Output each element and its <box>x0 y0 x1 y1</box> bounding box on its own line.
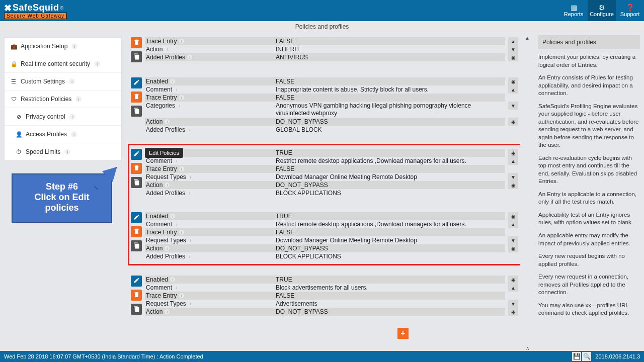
help-paragraph: Each re-evaluation cycle begins with top… <box>538 154 640 186</box>
info-icon: i <box>187 55 192 60</box>
move-down-button[interactable]: ▼ <box>508 102 518 110</box>
copy-icon <box>133 179 140 187</box>
info-icon: i <box>64 149 70 155</box>
clone-entry-button[interactable] <box>131 177 142 188</box>
target-button[interactable]: ◉ <box>508 77 518 85</box>
row-value: DO_NOT_BYPASS <box>275 245 505 252</box>
sidebar-item-application-setup[interactable]: 💼 Application Setup i <box>5 38 121 55</box>
clone-entry-button[interactable] <box>131 304 142 315</box>
edit-icon <box>133 79 140 87</box>
delete-entry-button[interactable] <box>131 290 142 301</box>
row-value: ANTIVIRUS <box>275 54 505 61</box>
caret-up-icon: ▲ <box>525 35 530 41</box>
info-icon: i <box>188 301 193 306</box>
move-up-button[interactable]: ▲ <box>508 85 518 94</box>
info-icon: i <box>177 103 182 108</box>
target-button[interactable]: ◉ <box>508 181 518 189</box>
configure-button[interactable]: ⚙ Configure <box>588 0 616 21</box>
info-icon: i <box>174 285 179 290</box>
info-icon: i <box>69 78 75 84</box>
move-up-button[interactable]: ▲ <box>508 284 518 292</box>
copy-icon <box>133 242 140 250</box>
entry-row: EnablediTRUE <box>145 149 505 157</box>
delete-icon <box>133 93 140 101</box>
save-icon[interactable]: 💾 <box>572 352 581 361</box>
move-down-button[interactable]: ▼ <box>508 45 518 53</box>
move-down-button[interactable]: ▼ <box>508 173 518 181</box>
move-down-button[interactable]: ▼ <box>508 300 518 308</box>
clone-entry-button[interactable] <box>131 240 142 251</box>
info-icon: i <box>187 127 192 132</box>
brand: ✖ SafeSquid ® Secure Web Gateway <box>4 3 67 19</box>
delete-entry-button[interactable] <box>131 92 142 103</box>
header-actions: ▥ Reports ⚙ Configure ❓ Support <box>559 0 644 21</box>
row-label: Trace Entry <box>146 165 177 172</box>
row-value: TRUE <box>275 213 505 220</box>
row-value: Download Manager Online Meeting Remote D… <box>275 237 505 244</box>
target-button[interactable]: ◉ <box>508 308 518 316</box>
move-down-button[interactable]: ▼ <box>508 236 518 244</box>
scroll-affordance[interactable]: ▲ ∧ <box>520 32 534 351</box>
row-value: TRUE <box>275 276 505 283</box>
help-paragraph: Every new request in a connection, remov… <box>538 273 640 297</box>
edit-entry-button[interactable] <box>131 149 142 160</box>
edit-entry-button[interactable] <box>131 77 142 88</box>
help-title: Policies and profiles <box>538 35 640 49</box>
info-icon: i <box>71 43 77 49</box>
target-button[interactable]: ◉ <box>508 118 518 126</box>
delete-icon <box>133 164 140 172</box>
info-icon: i <box>174 222 179 227</box>
info-icon: i <box>187 254 192 259</box>
edit-tooltip: Edit Policies <box>145 148 183 158</box>
target-button[interactable]: ◉ <box>508 53 518 61</box>
policy-entry: EnablediFALSECommentiInappropriate conte… <box>131 77 518 134</box>
row-value: Advertisements <box>275 300 505 307</box>
entry-row: Trace EntryiFALSE <box>145 94 505 102</box>
target-button[interactable]: ◉ <box>508 276 518 284</box>
delete-entry-button[interactable] <box>131 226 142 237</box>
row-value: Restrict remote desktop applications ,Do… <box>275 157 505 164</box>
row-value: Download Manager Online Meeting Remote D… <box>275 173 505 180</box>
briefcase-icon: 💼 <box>11 43 17 50</box>
footer-version: 2018.0206.2141.3 <box>595 353 640 359</box>
row-value: DO_NOT_BYPASS <box>275 308 505 315</box>
shield-icon: 🛡 <box>11 96 17 102</box>
move-up-button[interactable]: ▲ <box>508 37 518 45</box>
entry-row: CommentiBlock advertisements for all use… <box>145 284 505 292</box>
move-up-button[interactable]: ▲ <box>508 220 518 228</box>
clone-entry-button[interactable] <box>131 106 142 117</box>
sidebar-item-access-profiles[interactable]: 👤 Access Profiles i <box>5 126 121 143</box>
clone-entry-button[interactable] <box>131 51 142 62</box>
sidebar-item-label: Real time content security <box>21 60 90 67</box>
footer: Wed Feb 28 2018 16:07:07 GMT+0530 (India… <box>0 351 644 362</box>
row-value: FALSE <box>275 94 505 101</box>
reports-button[interactable]: ▥ Reports <box>559 0 588 21</box>
edit-entry-button[interactable] <box>131 212 142 223</box>
sidebar-item-speed-limits[interactable]: ⏱ Speed Limits i <box>5 143 121 160</box>
sidebar-menu: 💼 Application Setup i 🔒 Real time conten… <box>4 37 122 161</box>
help-paragraph: You may also use xx—profiles URL command… <box>538 302 640 317</box>
delete-entry-button[interactable] <box>131 163 142 174</box>
row-label: Request Types <box>146 237 186 244</box>
sidebar-item-restriction-policies[interactable]: 🛡 Restriction Policies i <box>5 90 121 108</box>
sidebar-item-realtime-content-security[interactable]: 🔒 Real time content security i <box>5 55 121 73</box>
info-icon: i <box>94 61 100 67</box>
sidebar-item-label: Speed Limits <box>26 148 60 155</box>
target-button[interactable]: ◉ <box>508 149 518 157</box>
sidebar-item-privacy-control[interactable]: ⊘ Privacy control i <box>5 108 121 126</box>
add-entry-button[interactable]: + <box>397 328 409 339</box>
target-button[interactable]: ◉ <box>508 212 518 220</box>
sidebar-item-label: Access Profiles <box>26 131 67 138</box>
delete-entry-button[interactable] <box>131 37 142 48</box>
support-button[interactable]: ❓ Support <box>616 0 644 21</box>
sidebar: 💼 Application Setup i 🔒 Real time conten… <box>0 32 126 351</box>
info-icon: i <box>179 95 184 100</box>
sidebar-item-custom-settings[interactable]: ☰ Custom Settings i <box>5 73 121 90</box>
info-icon: i <box>179 39 184 44</box>
move-up-button[interactable]: ▲ <box>508 157 518 165</box>
search-icon[interactable]: 🔍 <box>582 352 591 361</box>
edit-entry-button[interactable] <box>131 276 142 287</box>
policy-entry: EnablediTRUECommentiRestrict remote desk… <box>131 149 518 197</box>
target-button[interactable]: ◉ <box>508 244 518 252</box>
help-paragraph: Applicability test of an Entry ignores r… <box>538 211 640 227</box>
